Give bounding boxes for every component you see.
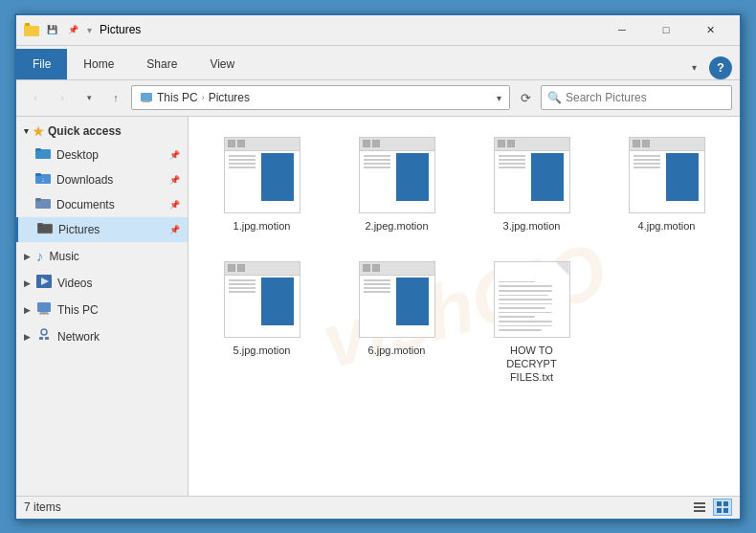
- svg-rect-6: [35, 148, 41, 151]
- quickaccess-chevron-icon: ▾: [24, 126, 29, 136]
- svg-rect-24: [694, 502, 705, 504]
- maximize-button[interactable]: □: [644, 14, 688, 45]
- tab-file[interactable]: File: [16, 49, 67, 79]
- file-item-3[interactable]: 3.jpg.motion: [470, 128, 593, 241]
- back-button[interactable]: ‹: [24, 86, 47, 109]
- svg-rect-3: [141, 93, 152, 101]
- address-bar: ‹ › ▾ ↑ This PC › Pictures ▾ ⟳ 🔍: [16, 80, 740, 117]
- sidebar-item-desktop[interactable]: Desktop 📌: [16, 143, 188, 167]
- documents-icon: [35, 196, 51, 212]
- tab-share[interactable]: Share: [130, 49, 193, 79]
- videos-chevron-icon: ▶: [24, 278, 31, 288]
- window-title: Pictures: [100, 23, 600, 36]
- network-chevron-icon: ▶: [24, 332, 31, 342]
- pin-icon-pictures: 📌: [169, 225, 180, 234]
- pin-icon-downloads: 📌: [169, 175, 180, 185]
- file-item-5[interactable]: 5.jpg.motion: [200, 253, 323, 393]
- sidebar-item-pictures[interactable]: Pictures 📌: [16, 217, 188, 242]
- file-thumb-2: [359, 137, 435, 213]
- explorer-window: 💾 📌 ▾ Pictures ─ □ ✕ File Home Share Vie…: [14, 13, 742, 521]
- tab-view[interactable]: View: [193, 49, 251, 79]
- sidebar-item-music[interactable]: ▶ ♪ Music: [16, 244, 188, 269]
- sidebar-header-quickaccess[interactable]: ▾ ★ Quick access: [16, 121, 188, 143]
- music-icon: ♪: [36, 248, 44, 264]
- file-name-4: 4.jpg.motion: [638, 219, 696, 233]
- file-thumb-7: [494, 261, 570, 338]
- file-thumb-1: [224, 137, 300, 213]
- sidebar-item-music-label: Music: [50, 250, 79, 263]
- path-arrow-1: ›: [202, 93, 205, 102]
- pin-icon-documents: 📌: [169, 200, 180, 210]
- large-icons-view-icon: [716, 500, 729, 514]
- downloads-icon: ↓: [35, 171, 51, 188]
- file-item-2[interactable]: 2.jpeg.motion: [335, 128, 458, 241]
- help-button[interactable]: ?: [709, 56, 732, 79]
- svg-rect-19: [39, 313, 49, 315]
- file-name-3: 3.jpg.motion: [503, 219, 561, 233]
- path-pictures[interactable]: Pictures: [209, 91, 250, 104]
- pin-icon: 📌: [169, 150, 180, 160]
- forward-button[interactable]: ›: [51, 86, 74, 109]
- sidebar-item-downloads[interactable]: ↓ Downloads 📌: [16, 167, 188, 192]
- sidebar-section-network: ▶ Network: [16, 324, 188, 349]
- svg-rect-27: [717, 501, 722, 506]
- address-path[interactable]: This PC › Pictures ▾: [131, 85, 510, 110]
- title-bar-icons: 💾 📌 ▾: [24, 21, 92, 38]
- sidebar-quickaccess-label: Quick access: [48, 124, 122, 138]
- file-grid: 1.jpg.motion 2.jpeg.motion: [200, 128, 728, 393]
- thispc-chevron-icon: ▶: [24, 305, 31, 315]
- svg-rect-23: [45, 337, 49, 340]
- toolbar-save-button[interactable]: 💾: [43, 21, 60, 38]
- sidebar-item-network[interactable]: ▶ Network: [16, 324, 188, 349]
- refresh-button[interactable]: ⟳: [514, 86, 537, 109]
- file-name-6: 6.jpg.motion: [368, 344, 426, 357]
- svg-rect-29: [717, 508, 722, 513]
- sidebar-item-videos[interactable]: ▶ Videos: [16, 271, 188, 296]
- view-controls: [690, 499, 732, 516]
- file-thumb-5: [224, 261, 300, 338]
- quickaccess-star-icon: ★: [33, 124, 44, 139]
- path-thispc-icon: [140, 91, 153, 104]
- ribbon-tabs: File Home Share View ▾ ?: [16, 46, 740, 80]
- desktop-folder-icon: [35, 146, 51, 163]
- ribbon-collapse-button[interactable]: ▾: [682, 56, 705, 79]
- large-icons-view-button[interactable]: [713, 499, 732, 516]
- search-icon: 🔍: [547, 91, 562, 104]
- sidebar-item-thispc[interactable]: ▶ This PC: [16, 298, 188, 322]
- sidebar-item-documents[interactable]: Documents 📌: [16, 192, 188, 217]
- music-chevron-icon: ▶: [24, 252, 31, 261]
- up-button[interactable]: ↑: [104, 86, 127, 109]
- file-thumb-6: [359, 261, 435, 338]
- svg-rect-4: [143, 100, 150, 102]
- path-thispc[interactable]: This PC: [157, 91, 198, 104]
- toolbar-dropdown-arrow[interactable]: ▾: [87, 25, 92, 35]
- close-button[interactable]: ✕: [688, 14, 732, 45]
- item-count: 7 items: [24, 500, 61, 514]
- file-item-6[interactable]: 6.jpg.motion: [335, 253, 458, 393]
- sidebar: ▾ ★ Quick access Desktop 📌 ↓ Do: [16, 117, 189, 496]
- svg-rect-25: [694, 506, 705, 508]
- file-item-4[interactable]: 4.jpg.motion: [605, 128, 728, 241]
- search-box[interactable]: 🔍: [541, 85, 732, 110]
- main-area: ▾ ★ Quick access Desktop 📌 ↓ Do: [16, 117, 740, 496]
- pictures-icon: [37, 221, 53, 237]
- minimize-button[interactable]: ─: [600, 14, 644, 45]
- file-item-1[interactable]: 1.jpg.motion: [200, 128, 323, 241]
- sidebar-item-documents-label: Documents: [56, 198, 115, 211]
- search-input[interactable]: [566, 91, 725, 104]
- svg-rect-28: [723, 501, 728, 506]
- tab-home[interactable]: Home: [67, 49, 130, 79]
- sidebar-section-music: ▶ ♪ Music: [16, 244, 188, 269]
- path-dropdown-arrow[interactable]: ▾: [497, 93, 501, 103]
- sidebar-section-quickaccess: ▾ ★ Quick access Desktop 📌 ↓ Do: [16, 121, 188, 242]
- sidebar-item-thispc-label: This PC: [57, 303, 99, 317]
- file-item-7[interactable]: HOW TO DECRYPT FILES.txt: [470, 253, 593, 393]
- sidebar-section-thispc: ▶ This PC: [16, 298, 188, 322]
- file-thumb-4: [629, 137, 705, 213]
- svg-rect-26: [694, 510, 705, 512]
- list-view-button[interactable]: [690, 499, 709, 516]
- recent-locations-button[interactable]: ▾: [78, 86, 100, 109]
- window-folder-icon: [24, 22, 39, 37]
- file-area: vishCIO 1.jpg.motion: [189, 117, 740, 496]
- toolbar-pin-button[interactable]: 📌: [64, 21, 81, 38]
